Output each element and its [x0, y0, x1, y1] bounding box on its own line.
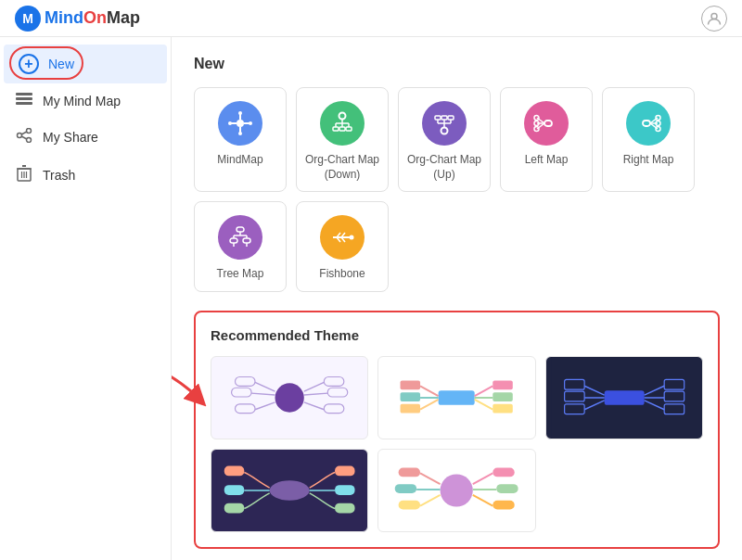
main-content: New MindMa — [172, 37, 742, 560]
svg-point-33 — [441, 128, 448, 134]
svg-rect-42 — [544, 121, 552, 126]
svg-point-0 — [711, 13, 717, 19]
svg-line-8 — [21, 136, 27, 139]
svg-rect-49 — [643, 121, 650, 126]
svg-rect-41 — [448, 116, 454, 120]
svg-rect-48 — [534, 127, 539, 132]
theme-card-3[interactable] — [545, 356, 703, 439]
svg-point-22 — [228, 121, 232, 125]
main-layout: + New My Mind Map — [0, 37, 742, 560]
map-item-mindmap[interactable]: MindMap — [194, 87, 287, 192]
logo: M MindOnMap — [15, 6, 140, 32]
theme-card-2[interactable] — [377, 356, 535, 439]
theme-grid — [211, 356, 703, 532]
svg-rect-30 — [333, 127, 339, 131]
svg-rect-120 — [335, 503, 355, 513]
svg-point-24 — [339, 113, 346, 120]
tree-map-icon — [218, 215, 262, 260]
sidebar-item-new[interactable]: + New — [4, 45, 167, 83]
svg-point-6 — [18, 134, 22, 138]
svg-rect-90 — [401, 392, 421, 401]
svg-rect-86 — [439, 390, 475, 405]
right-map-label: Right Map — [623, 153, 674, 168]
svg-point-15 — [237, 120, 244, 127]
svg-rect-2 — [16, 97, 32, 100]
fishbone-icon — [320, 215, 365, 260]
new-plus-icon: + — [19, 54, 39, 74]
svg-rect-96 — [493, 392, 514, 401]
svg-rect-98 — [493, 404, 514, 414]
svg-rect-31 — [339, 127, 345, 131]
svg-rect-54 — [656, 121, 660, 126]
sidebar-item-trash-label: Trash — [43, 168, 75, 183]
svg-rect-119 — [335, 485, 355, 495]
sidebar-item-my-mind-map[interactable]: My Mind Map — [0, 83, 171, 119]
tree-map-label: Tree Map — [217, 267, 264, 282]
theme-card-1[interactable] — [211, 356, 368, 439]
mindmap-label: MindMap — [217, 153, 262, 168]
map-item-right-map[interactable]: Right Map — [602, 87, 695, 192]
sidebar-item-trash[interactable]: Trash — [0, 156, 171, 195]
svg-rect-62 — [243, 238, 250, 243]
svg-point-4 — [27, 129, 32, 134]
map-item-org-chart-up[interactable]: Org-Chart Map (Up) — [398, 87, 491, 192]
theme-card-5[interactable] — [377, 449, 535, 532]
sidebar-item-my-share[interactable]: My Share — [0, 119, 171, 156]
mindmap-icon — [218, 101, 262, 146]
svg-point-23 — [249, 121, 252, 125]
map-type-grid: MindMap Org-C — [194, 87, 720, 292]
svg-point-20 — [238, 111, 242, 115]
sidebar-item-new-label: New — [48, 57, 74, 71]
svg-line-7 — [21, 132, 27, 134]
recommended-theme-title: Recommended Theme — [211, 327, 703, 343]
svg-rect-132 — [497, 484, 518, 493]
svg-rect-128 — [399, 501, 420, 510]
sidebar-item-my-mind-map-label: My Mind Map — [43, 94, 121, 108]
svg-rect-94 — [493, 380, 514, 389]
svg-point-122 — [441, 474, 473, 506]
trash-icon — [15, 165, 33, 185]
svg-rect-88 — [401, 380, 421, 389]
map-item-left-map[interactable]: Left Map — [500, 87, 593, 192]
svg-rect-130 — [493, 467, 515, 477]
svg-rect-47 — [534, 121, 539, 126]
logo-icon: M — [15, 6, 41, 32]
sidebar: + New My Mind Map — [0, 37, 172, 560]
org-chart-down-label: Org-Chart Map(Down) — [305, 153, 379, 182]
map-item-fishbone[interactable]: Fishbone — [296, 201, 389, 292]
my-share-icon — [15, 128, 33, 146]
org-chart-up-icon — [422, 101, 467, 146]
svg-rect-46 — [534, 116, 539, 121]
svg-point-66 — [350, 235, 354, 240]
org-chart-down-icon — [320, 101, 365, 146]
red-arrow — [172, 363, 210, 414]
svg-rect-92 — [401, 404, 421, 414]
svg-rect-55 — [656, 127, 660, 132]
svg-rect-117 — [224, 503, 245, 513]
svg-rect-100 — [604, 390, 644, 405]
app-header: M MindOnMap — [0, 0, 742, 37]
map-item-tree-map[interactable]: Tree Map — [194, 201, 287, 292]
svg-rect-116 — [224, 485, 245, 495]
svg-point-72 — [275, 383, 304, 412]
user-avatar-icon[interactable] — [701, 6, 727, 32]
svg-rect-1 — [16, 93, 32, 95]
svg-rect-124 — [399, 467, 420, 477]
svg-rect-56 — [237, 227, 244, 232]
svg-rect-134 — [493, 501, 515, 510]
svg-rect-118 — [335, 465, 355, 476]
recommended-theme-section: Recommended Theme — [194, 311, 720, 549]
map-item-org-chart-down[interactable]: Org-Chart Map(Down) — [296, 87, 389, 192]
my-mind-map-icon — [15, 93, 33, 109]
svg-point-21 — [238, 132, 242, 135]
svg-rect-3 — [16, 102, 32, 105]
fishbone-label: Fishbone — [319, 267, 365, 282]
svg-rect-39 — [435, 116, 441, 120]
sidebar-item-my-share-label: My Share — [43, 130, 98, 145]
new-section-title: New — [194, 56, 720, 72]
svg-rect-61 — [230, 238, 237, 243]
svg-point-114 — [270, 480, 310, 501]
theme-card-4[interactable] — [211, 449, 368, 532]
svg-point-5 — [27, 138, 32, 143]
logo-text: MindOnMap — [45, 8, 140, 28]
